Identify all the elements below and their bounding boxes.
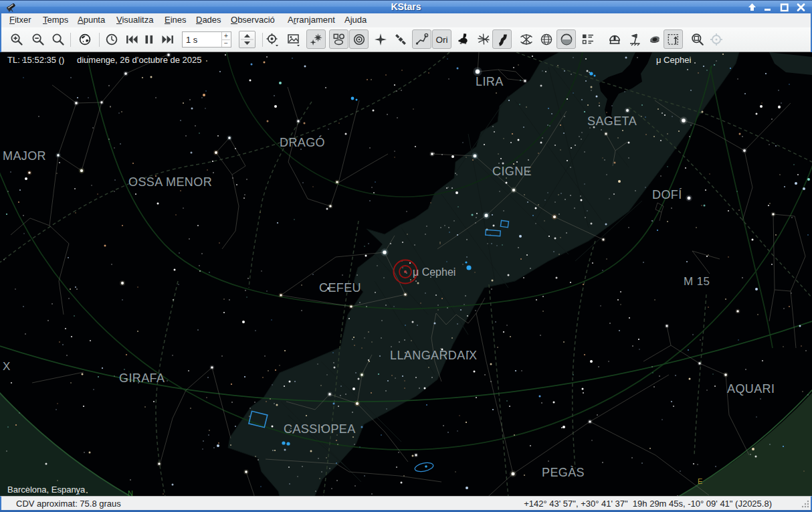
svg-text:μ Cephei: μ Cephei bbox=[656, 55, 691, 65]
svg-text:LIRA: LIRA bbox=[476, 75, 504, 88]
svg-text:DOFÍ: DOFÍ bbox=[652, 188, 682, 201]
svg-text:DRAGÓ: DRAGÓ bbox=[280, 135, 325, 149]
svg-text:X: X bbox=[3, 360, 11, 373]
svg-text:CIGNE: CIGNE bbox=[492, 165, 532, 178]
svg-text:μ Cephei: μ Cephei bbox=[413, 266, 455, 278]
svg-text:SAGETA: SAGETA bbox=[587, 114, 637, 128]
svg-text:N: N bbox=[128, 489, 133, 496]
svg-text:diumenge, 26 d’octubre de 2025: diumenge, 26 d’octubre de 2025 bbox=[77, 55, 201, 65]
svg-text:Barcelona, Espanya: Barcelona, Espanya bbox=[7, 485, 86, 495]
svg-text:Ori: Ori bbox=[435, 34, 447, 44]
svg-text:PEGÀS: PEGÀS bbox=[542, 466, 585, 479]
svg-text:LLANGARDAIX: LLANGARDAIX bbox=[390, 349, 477, 362]
svg-text:E: E bbox=[698, 477, 702, 485]
svg-text:OSSA MENOR: OSSA MENOR bbox=[128, 175, 212, 189]
svg-text:GIRAFA: GIRAFA bbox=[119, 371, 165, 385]
svg-text:CEFEU: CEFEU bbox=[319, 281, 361, 294]
svg-text:AQUARI: AQUARI bbox=[727, 382, 775, 396]
svg-text:CASSIOPEA: CASSIOPEA bbox=[284, 422, 356, 436]
svg-text:TL: 15:52:35 (): TL: 15:52:35 () bbox=[7, 55, 64, 65]
svg-text:MAJOR: MAJOR bbox=[3, 149, 46, 163]
svg-text:M 15: M 15 bbox=[684, 275, 710, 288]
